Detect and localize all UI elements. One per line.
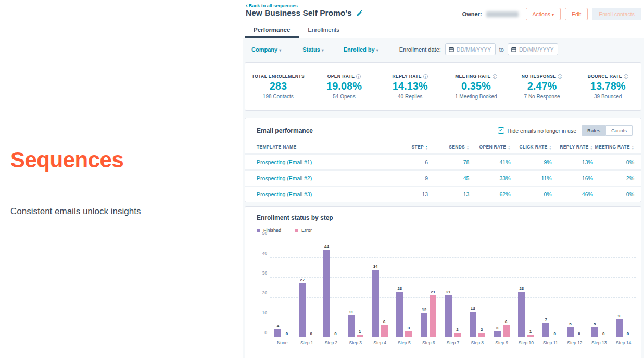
y-axis-tick-label: 0 [257,330,267,335]
x-axis-label: Step 13 [587,340,611,345]
column-header-meeting-rate[interactable]: MEETING RATE▲▼ [593,144,634,150]
open-rate-cell[interactable]: 41% [469,159,510,165]
toggle-option-counts[interactable]: Counts [606,125,633,136]
stat-sublabel: 1 Meeting Booked [443,94,509,100]
click-rate-cell[interactable]: 11% [510,175,551,181]
bar-finished [323,250,330,337]
bar-column: 0 [332,238,339,337]
column-header-click-rate[interactable]: CLICK RATE▲▼ [510,144,551,150]
date-from-input[interactable] [457,46,492,53]
bar-groups: 4027044011134623312212121323623170505090 [270,238,636,337]
bar-value-label: 34 [373,264,378,269]
stat-reply-rate: REPLY RATEi14.13%40 Replies [377,73,443,110]
back-to-sequences-link[interactable]: ‹Back to all sequences [246,2,298,8]
column-header-open-rate[interactable]: OPEN RATE▲▼ [469,144,510,150]
bar-value-label: 5 [569,322,571,326]
bar-value-label: 6 [383,319,385,324]
bar-column: 23 [518,238,525,337]
bar-value-label: 3 [496,326,498,330]
click-rate-cell[interactable]: 0% [510,191,551,197]
meeting-rate-cell[interactable]: 2% [593,175,634,181]
email-performance-card: Email performance ✓ Hide emails no longe… [245,118,641,202]
bar-value-label: 2 [456,327,458,332]
template-name-link[interactable]: Prospecting (Email #2) [257,175,387,181]
bar-group-step-3: 111 [343,238,368,337]
stat-sublabel: 54 Opens [311,94,377,100]
bar-group-step-1: 270 [295,238,319,337]
y-axis-tick-label: 50 [257,231,267,236]
template-name-link[interactable]: Prospecting (Email #1) [257,159,387,165]
bar-group-step-7: 212 [441,238,465,337]
date-range-to-label: to [499,46,504,53]
date-to-field[interactable] [508,43,558,55]
bar-column: 2 [454,238,461,337]
template-name-link[interactable]: Prospecting (Email #3) [257,191,387,197]
x-axis-label: Step 11 [538,340,563,345]
rates-counts-toggle: RatesCounts [582,125,633,136]
chart-plot: 0102030405040270440111346233122121213236… [270,238,636,337]
bar-value-label: 4 [277,324,279,328]
reply-rate-cell[interactable]: 46% [552,191,593,197]
status-filter-dropdown[interactable]: Status▾ [302,46,324,53]
edit-pencil-icon[interactable] [356,10,363,17]
info-icon: i [624,74,628,79]
reply-rate-cell[interactable]: 16% [552,175,593,181]
stat-value: 0.35% [443,80,509,92]
stat-total-enrollments: TOTAL ENROLLMENTS283198 Contacts [245,73,311,110]
meeting-rate-cell[interactable]: 0% [593,191,634,197]
bar-group-step-14: 90 [611,238,636,337]
date-to-input[interactable] [519,46,554,53]
x-axis-label: Step 7 [441,340,465,345]
bar-group-step-9: 36 [489,238,514,337]
hide-emails-checkbox-row[interactable]: ✓ Hide emails no longer in use [498,127,577,134]
hide-emails-checkbox[interactable]: ✓ [498,127,504,134]
column-header-step[interactable]: STEP▲▼ [387,144,428,150]
bar-value-label: 1 [529,329,532,334]
enrolled-by-filter-dropdown[interactable]: Enrolled by▾ [344,46,378,53]
column-header-sends[interactable]: SENDS▲▼ [428,144,469,150]
bar-value-label: 27 [300,278,305,282]
column-header-reply-rate[interactable]: REPLY RATE▲▼ [552,144,593,150]
table-row: Prospecting (Email #1)67841%9%13%0% [245,153,641,169]
bar-group-step-5: 233 [392,238,416,337]
meeting-rate-cell[interactable]: 0% [593,159,634,165]
table-row: Prospecting (Email #3)131362%0%46%0% [245,186,641,202]
bar-column: 0 [308,238,314,337]
bar-value-label: 5 [594,322,596,326]
date-from-field[interactable] [445,43,496,55]
chart-legend: FinishedError [257,228,636,233]
bar-value-label: 12 [422,307,426,312]
chart-x-axis-labels: NoneStep 1Step 2Step 3Step 4Step 5Step 6… [270,340,636,345]
step-cell: 13 [387,191,428,197]
tab-enrollments[interactable]: Enrollments [299,22,348,38]
bar-column: 1 [357,238,363,337]
click-rate-cell[interactable]: 9% [510,159,551,165]
bar-value-label: 0 [578,331,580,336]
open-rate-cell[interactable]: 33% [469,175,510,181]
x-axis-label: Step 9 [489,340,514,345]
bar-column: 34 [372,238,379,337]
tab-performance[interactable]: Performance [245,22,299,38]
company-filter-dropdown[interactable]: Company▾ [251,46,281,53]
enroll-contacts-button[interactable]: Enroll contacts [592,8,641,20]
bar-finished [396,292,403,337]
x-axis-label: Step 8 [465,340,489,345]
bar-column: 0 [551,238,558,337]
bar-column: 21 [430,238,436,337]
bar-finished [591,327,598,337]
bar-finished [445,295,452,337]
bar-value-label: 6 [505,319,507,324]
sequence-detail-panel: ‹Back to all sequences New Business Self… [243,0,644,358]
calendar-icon [449,47,454,52]
actions-button[interactable]: Actions▾ [526,8,561,20]
enrollment-status-chart-card: Enrollment status by step FinishedError … [245,206,641,358]
sends-cell[interactable]: 78 [428,159,469,165]
bar-group-step-13: 50 [587,238,611,337]
sends-cell[interactable]: 45 [428,175,469,181]
reply-rate-cell[interactable]: 13% [552,159,593,165]
bar-column: 3 [494,238,501,337]
edit-button[interactable]: Edit [565,8,588,20]
open-rate-cell[interactable]: 62% [469,191,510,197]
sends-cell[interactable]: 13 [428,191,469,197]
toggle-option-rates[interactable]: Rates [582,125,606,136]
